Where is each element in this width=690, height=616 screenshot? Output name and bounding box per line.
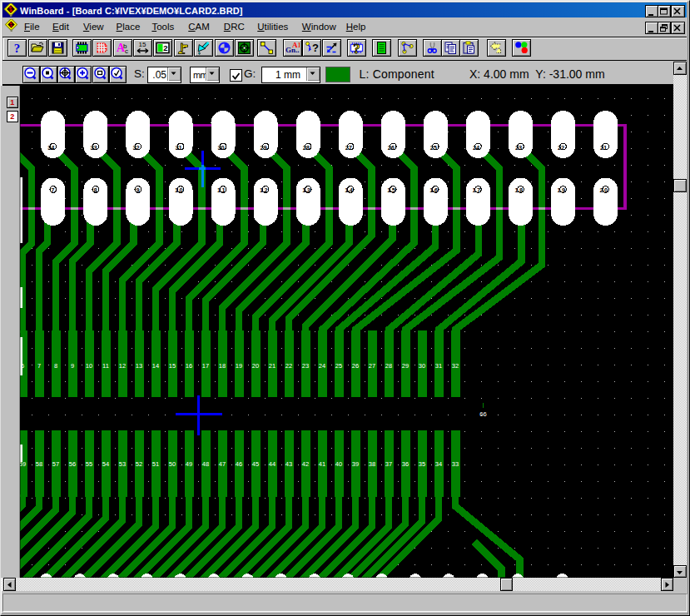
svg-text:6: 6	[21, 362, 24, 370]
svg-text:32: 32	[452, 362, 459, 370]
svg-text:1: 1	[345, 186, 348, 194]
svg-text:25: 25	[335, 362, 342, 370]
svg-text:54: 54	[102, 460, 109, 468]
svg-text:47: 47	[219, 460, 226, 468]
svg-text:12: 12	[119, 362, 126, 370]
svg-text:52: 52	[136, 460, 142, 468]
svg-text:9: 9	[264, 144, 267, 152]
svg-text:33: 33	[452, 460, 459, 468]
svg-text:6: 6	[434, 186, 438, 194]
svg-text:53: 53	[119, 460, 126, 468]
svg-text:1: 1	[217, 186, 221, 194]
svg-text:7: 7	[51, 186, 54, 194]
svg-text:2: 2	[561, 144, 564, 152]
svg-text:1: 1	[222, 186, 226, 194]
svg-text:21: 21	[269, 362, 276, 370]
svg-text:40: 40	[335, 460, 342, 468]
svg-text:1: 1	[260, 186, 263, 194]
svg-text:2: 2	[265, 186, 268, 194]
svg-text:18: 18	[219, 362, 226, 370]
svg-text:14: 14	[152, 362, 159, 370]
svg-text:11: 11	[102, 362, 109, 370]
svg-text:15: 15	[169, 362, 176, 370]
svg-text:0: 0	[604, 186, 608, 194]
svg-text:2: 2	[558, 144, 561, 152]
svg-text:8: 8	[54, 362, 57, 370]
svg-text:2: 2	[303, 144, 306, 152]
svg-text:37: 37	[385, 460, 392, 468]
svg-text:10: 10	[86, 362, 92, 370]
svg-text:1: 1	[175, 186, 178, 194]
svg-text:2: 2	[261, 144, 264, 152]
svg-text:23: 23	[302, 362, 309, 370]
svg-text:5: 5	[434, 144, 437, 152]
svg-text:57: 57	[52, 460, 59, 468]
svg-text:39: 39	[352, 460, 359, 468]
svg-text:8: 8	[306, 144, 310, 152]
svg-text:3: 3	[176, 144, 179, 152]
svg-text:9: 9	[71, 362, 74, 370]
svg-text:1: 1	[603, 144, 607, 152]
svg-text:2: 2	[600, 144, 603, 152]
svg-text:2: 2	[345, 144, 349, 152]
svg-text:5: 5	[392, 186, 395, 194]
svg-text:56: 56	[69, 460, 76, 468]
svg-text:48: 48	[202, 460, 209, 468]
svg-text:36: 36	[402, 460, 409, 468]
svg-text:51: 51	[152, 460, 159, 468]
svg-text:9: 9	[136, 186, 139, 194]
svg-text:2: 2	[136, 144, 139, 152]
svg-text:1: 1	[179, 144, 182, 152]
svg-text:1: 1	[515, 186, 519, 194]
svg-text:7: 7	[349, 144, 352, 152]
svg-text:31: 31	[435, 362, 442, 370]
svg-text:45: 45	[252, 460, 259, 468]
svg-text:30: 30	[419, 362, 425, 370]
svg-text:6: 6	[391, 144, 395, 152]
svg-text:28: 28	[385, 362, 392, 370]
svg-text:7: 7	[477, 186, 480, 194]
svg-text:3: 3	[307, 186, 310, 194]
svg-text:50: 50	[169, 460, 176, 468]
svg-text:8: 8	[93, 186, 97, 194]
svg-text:3: 3	[47, 144, 51, 152]
svg-text:24: 24	[319, 362, 325, 370]
svg-text:17: 17	[202, 362, 209, 370]
svg-text:44: 44	[269, 460, 276, 468]
svg-text:2: 2	[473, 144, 476, 152]
svg-text:46: 46	[236, 460, 242, 468]
svg-text:3: 3	[519, 144, 522, 152]
svg-text:1: 1	[558, 186, 561, 194]
svg-text:22: 22	[285, 362, 292, 370]
svg-text:2: 2	[430, 144, 434, 152]
svg-text:1: 1	[387, 186, 390, 194]
svg-text:7: 7	[37, 362, 41, 370]
svg-text:3: 3	[132, 144, 136, 152]
svg-text:3: 3	[93, 144, 97, 152]
svg-text:59: 59	[19, 460, 26, 468]
svg-text:66: 66	[479, 410, 486, 418]
svg-text:0: 0	[221, 144, 225, 152]
svg-text:2: 2	[515, 144, 519, 152]
svg-text:16: 16	[186, 362, 192, 370]
svg-text:42: 42	[302, 460, 309, 468]
svg-text:0: 0	[180, 186, 183, 194]
svg-text:27: 27	[369, 362, 375, 370]
svg-text:8: 8	[519, 186, 523, 194]
svg-text:38: 38	[369, 460, 375, 468]
svg-text:35: 35	[419, 460, 425, 468]
svg-text:26: 26	[352, 362, 359, 370]
svg-text:55: 55	[86, 460, 92, 468]
svg-text:13: 13	[136, 362, 142, 370]
svg-text:1: 1	[429, 186, 433, 194]
svg-text:34: 34	[435, 460, 442, 468]
svg-text:58: 58	[36, 460, 42, 468]
svg-text:29: 29	[402, 362, 409, 370]
svg-text:3: 3	[90, 144, 93, 152]
svg-text:2: 2	[600, 186, 603, 194]
svg-text:49: 49	[186, 460, 192, 468]
svg-text:41: 41	[319, 460, 325, 468]
svg-text:19: 19	[236, 362, 242, 370]
svg-text:2: 2	[388, 144, 391, 152]
svg-text:3: 3	[218, 144, 221, 152]
